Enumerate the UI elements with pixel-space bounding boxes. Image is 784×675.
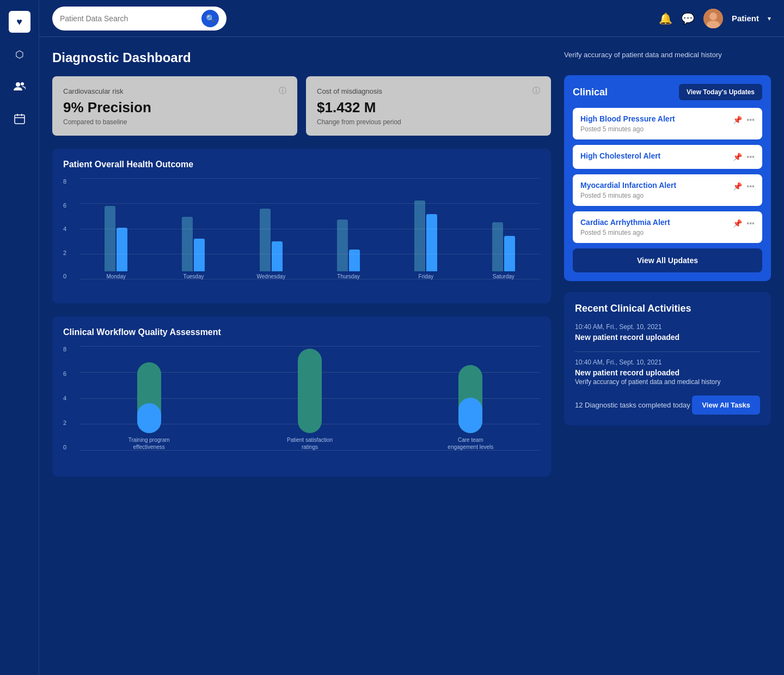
chart1-section: Patient Overall Health Outcome 8 6 4 2 0 [52, 149, 551, 303]
search-box: 🔍 [52, 7, 226, 31]
info-icon-misdiagnosis: ⓘ [532, 86, 540, 96]
pin-icon-mi[interactable]: 📌 [733, 182, 742, 191]
pill-label-satisfaction: Patient satisfactionratings [287, 436, 333, 451]
svg-point-0 [16, 82, 20, 87]
bar-saturday-bright [504, 236, 515, 271]
svg-point-7 [709, 13, 717, 20]
pill-training-inner [137, 403, 161, 433]
bar-monday-bright [117, 228, 127, 271]
activity-main-2: New patient record uploaded [575, 368, 760, 377]
y-label: 6 [63, 202, 66, 209]
svg-point-1 [21, 82, 24, 86]
page-title: Diagnostic Dashboard [52, 50, 551, 65]
tasks-count: 12 Diagnostic tasks completed today [575, 401, 690, 409]
alert-time-ca: Posted 5 minutes ago [580, 229, 670, 236]
metric-value-misdiagnosis: $1.432 M [317, 99, 540, 116]
metric-value-cardiovascular: 9% Precision [63, 99, 286, 116]
left-column: Diagnostic Dashboard Cardiovascular risk… [52, 50, 551, 477]
y2-label: 0 [63, 444, 66, 451]
pill-care-inner [458, 398, 482, 433]
bar-wednesday-bright [272, 241, 283, 271]
bar-label-saturday: Saturday [493, 273, 514, 279]
pill-label-training: Training programeffectiveness [128, 436, 170, 451]
svg-rect-2 [15, 115, 24, 124]
search-button[interactable]: 🔍 [201, 10, 219, 27]
y-label: 8 [63, 178, 66, 185]
calendar-icon [14, 113, 25, 127]
header-right: 🔔 💬 Patient ▾ [659, 9, 771, 28]
alert-title-hc: High Cholesterol Alert [580, 151, 660, 160]
chevron-down-icon[interactable]: ▾ [768, 15, 771, 22]
sidebar-item-users[interactable] [9, 76, 30, 98]
activity-time-1: 10:40 AM, Fri., Sept. 10, 2021 [575, 323, 760, 331]
activity-item-2: 10:40 AM, Fri., Sept. 10, 2021 New patie… [575, 358, 760, 386]
pin-icon-hc[interactable]: 📌 [733, 153, 742, 161]
metric-card-misdiagnosis: Cost of misdiagnosis ⓘ $1.432 M Change f… [306, 76, 551, 136]
search-icon: 🔍 [206, 14, 215, 23]
y2-label: 8 [63, 346, 66, 352]
alert-mi: Myocardial Infarction Alert Posted 5 min… [573, 174, 762, 206]
more-icon-ca[interactable]: ••• [746, 219, 755, 228]
alert-time-hbp: Posted 5 minutes ago [580, 125, 675, 133]
metric-cards: Cardiovascular risk ⓘ 9% Precision Compa… [52, 76, 551, 136]
header: 🔍 🔔 💬 Patient ▾ [39, 0, 784, 37]
clinical-title: Clinical [573, 87, 608, 98]
alert-time-mi: Posted 5 minutes ago [580, 192, 676, 199]
activity-main-1: New patient record uploaded [575, 333, 760, 342]
y2-label: 6 [63, 370, 66, 377]
bar-label-wednesday: Wednesday [257, 273, 286, 279]
metric-card-cardiovascular: Cardiovascular risk ⓘ 9% Precision Compa… [52, 76, 297, 136]
y-label: 2 [63, 250, 66, 256]
bar-monday-dark [105, 206, 115, 271]
y-label: 4 [63, 226, 66, 232]
pin-icon-ca[interactable]: 📌 [733, 219, 742, 228]
alert-ca: Cardiac Arrhythmia Alert Posted 5 minute… [573, 211, 762, 243]
alert-hbp: High Blood Pressure Alert Posted 5 minut… [573, 108, 762, 139]
sidebar-item-calendar[interactable] [9, 109, 30, 131]
more-icon-mi[interactable]: ••• [746, 182, 755, 191]
pill-satisfaction-outer [298, 349, 322, 433]
y2-label: 4 [63, 395, 66, 402]
metric-label-cardiovascular: Cardiovascular risk [63, 87, 124, 95]
avatar[interactable] [703, 9, 723, 28]
view-tasks-button[interactable]: View All Tasks [692, 396, 760, 415]
alert-title-ca: Cardiac Arrhythmia Alert [580, 218, 670, 227]
bar-friday-dark [414, 200, 425, 271]
bell-icon[interactable]: 🔔 [659, 12, 672, 25]
alert-title-hbp: High Blood Pressure Alert [580, 114, 675, 123]
alert-hc: High Cholesterol Alert 📌 ••• [573, 145, 762, 169]
metric-label-misdiagnosis: Cost of misdiagnosis [317, 87, 382, 95]
sidebar-item-network[interactable]: ⬡ [9, 44, 30, 65]
info-icon-cardiovascular: ⓘ [279, 86, 286, 96]
activity-item-1: 10:40 AM, Fri., Sept. 10, 2021 New patie… [575, 323, 760, 342]
view-all-updates-button[interactable]: View All Updates [573, 248, 762, 272]
chart2-title: Clinical Workflow Quality Assessment [63, 327, 540, 337]
chat-icon[interactable]: 💬 [681, 12, 695, 25]
search-input[interactable] [60, 14, 197, 23]
right-header-text: Verify accuracy of patient data and medi… [564, 50, 771, 60]
y-label: 0 [63, 273, 66, 279]
recent-title: Recent Clinical Activities [575, 303, 760, 314]
view-updates-button[interactable]: View Today's Updates [679, 84, 762, 100]
alert-title-mi: Myocardial Infarction Alert [580, 181, 676, 190]
bar-thursday-dark [337, 220, 348, 271]
more-icon-hc[interactable]: ••• [746, 153, 755, 161]
bar-label-monday: Monday [106, 273, 126, 279]
activity-time-2: 10:40 AM, Fri., Sept. 10, 2021 [575, 358, 760, 366]
users-icon [14, 81, 26, 94]
y2-label: 2 [63, 419, 66, 426]
sidebar-item-heart[interactable]: ♥ [9, 11, 30, 33]
user-label: Patient [732, 14, 759, 23]
bar-label-thursday: Thursday [337, 273, 360, 279]
pin-icon-hbp[interactable]: 📌 [733, 115, 742, 124]
metric-sub-cardiovascular: Compared to baseline [63, 118, 286, 126]
bar-tuesday-dark [182, 217, 193, 271]
recent-card: Recent Clinical Activities 10:40 AM, Fri… [564, 292, 771, 425]
more-icon-hbp[interactable]: ••• [746, 115, 755, 124]
sidebar: ♥ ⬡ [0, 0, 39, 675]
bar-label-friday: Friday [419, 273, 434, 279]
bar-tuesday-bright [194, 239, 205, 271]
bar-saturday-dark [492, 222, 503, 271]
chart1-title: Patient Overall Health Outcome [63, 160, 540, 169]
recent-footer: 12 Diagnostic tasks completed today View… [575, 396, 760, 415]
